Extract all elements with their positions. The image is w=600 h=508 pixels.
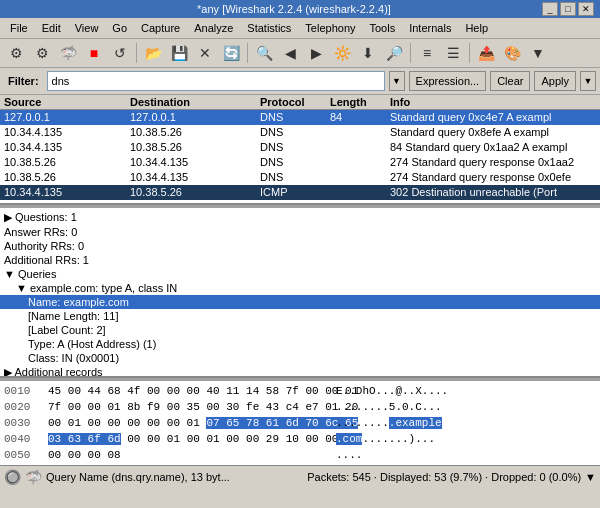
table-row[interactable]: 10.38.5.26 10.34.4.135 DNS 274 Standard … [0, 155, 600, 170]
header-destination: Destination [130, 96, 260, 108]
detail-line[interactable]: Class: IN (0x0001) [0, 351, 600, 365]
toolbar-detail-view-btn[interactable]: ☰ [441, 41, 465, 65]
menu-help[interactable]: Help [459, 20, 494, 36]
toolbar-export-btn[interactable]: 📤 [474, 41, 498, 65]
toolbar-auto-scroll-btn[interactable]: ⬇ [356, 41, 380, 65]
hex-view: 0010 45 00 44 68 4f 00 00 00 40 11 14 58… [0, 381, 600, 465]
table-row[interactable]: 10.38.5.26 10.34.4.135 DNS 274 Standard … [0, 170, 600, 185]
row-len [330, 141, 390, 153]
hex-ascii-highlight: .example [389, 417, 442, 429]
row-source: 10.34.4.135 [0, 186, 130, 198]
header-source: Source [0, 96, 130, 108]
toolbar-zoom-in-btn[interactable]: 🔎 [382, 41, 406, 65]
detail-additional[interactable]: ▶ Additional records [0, 365, 600, 378]
row-dest: 127.0.0.1 [130, 111, 260, 123]
toolbar-find-btn[interactable]: 🔍 [252, 41, 276, 65]
detail-line[interactable]: [Label Count: 2] [0, 323, 600, 337]
row-proto: DNS [260, 171, 330, 183]
minimize-button[interactable]: _ [542, 2, 558, 16]
toolbar-more-btn[interactable]: ▼ [526, 41, 550, 65]
filter-dropdown-button[interactable]: ▼ [389, 71, 405, 91]
status-dropdown[interactable]: ▼ [585, 471, 596, 483]
status-icon-1: 🔘 [4, 469, 21, 485]
toolbar-restart-btn[interactable]: ↺ [108, 41, 132, 65]
detail-name-line[interactable]: Name: example.com [0, 295, 600, 309]
table-row[interactable]: 10.34.4.135 10.38.5.26 DNS 84 Standard q… [0, 140, 600, 155]
packet-list: Source Destination Protocol Length Info … [0, 95, 600, 205]
row-info: 274 Standard query response 0x0efe [390, 171, 600, 183]
detail-line[interactable]: ▼ example.com: type A, class IN [0, 281, 600, 295]
hex-ascii: ........5.0.C... [336, 399, 442, 415]
toolbar-prev-btn[interactable]: ◀ [278, 41, 302, 65]
menu-internals[interactable]: Internals [403, 20, 457, 36]
toolbar-open-btn[interactable]: 📂 [141, 41, 165, 65]
table-row[interactable]: 127.0.0.1 127.0.0.1 DNS 84 Standard quer… [0, 110, 600, 125]
packet-detail: ▶ Questions: 1 Answer RRs: 0 Authority R… [0, 208, 600, 378]
status-query-info: Query Name (dns.qry.name), 13 byt... [46, 471, 303, 483]
row-info: 274 Standard query response 0x1aa2 [390, 156, 600, 168]
menu-capture[interactable]: Capture [135, 20, 186, 36]
title-bar-controls: _ □ ✕ [542, 2, 594, 16]
row-len [330, 171, 390, 183]
table-row[interactable]: 10.34.4.135 10.38.5.26 DNS Standard quer… [0, 125, 600, 140]
menu-file[interactable]: File [4, 20, 34, 36]
menu-edit[interactable]: Edit [36, 20, 67, 36]
detail-line[interactable]: Answer RRs: 0 [0, 225, 600, 239]
hex-offset: 0050 [4, 447, 40, 463]
toolbar-next-btn[interactable]: ▶ [304, 41, 328, 65]
menu-telephony[interactable]: Telephony [299, 20, 361, 36]
toolbar-sep2 [247, 43, 248, 63]
hex-offset: 0040 [4, 431, 40, 447]
row-dest: 10.38.5.26 [130, 186, 260, 198]
hex-ascii: .........example [336, 415, 442, 431]
toolbar-options-btn[interactable]: ⚙ [30, 41, 54, 65]
toolbar-stop-btn[interactable]: ■ [82, 41, 106, 65]
detail-queries[interactable]: ▼ Queries [0, 267, 600, 281]
row-len [330, 186, 390, 198]
toolbar-close-btn[interactable]: ✕ [193, 41, 217, 65]
toolbar-colorize2-btn[interactable]: 🎨 [500, 41, 524, 65]
menu-analyze[interactable]: Analyze [188, 20, 239, 36]
detail-line[interactable]: Additional RRs: 1 [0, 253, 600, 267]
toolbar-save-btn[interactable]: 💾 [167, 41, 191, 65]
row-info: 302 Destination unreachable (Port [390, 186, 600, 198]
row-info: 84 Standard query 0x1aa2 A exampl [390, 141, 600, 153]
table-row[interactable]: 10.34.4.135 10.38.5.26 ICMP 302 Destinat… [0, 185, 600, 200]
maximize-button[interactable]: □ [560, 2, 576, 16]
hex-row: 0020 7f 00 00 01 8b f9 00 35 00 30 fe 43… [4, 399, 596, 415]
filter-apply-button[interactable]: Apply [534, 71, 576, 91]
title-bar: *any [Wireshark 2.2.4 (wireshark-2.2.4)]… [0, 0, 600, 18]
filter-options-button[interactable]: ▼ [580, 71, 596, 91]
filter-label: Filter: [4, 75, 43, 87]
header-info: Info [390, 96, 600, 108]
filter-clear-button[interactable]: Clear [490, 71, 530, 91]
hex-bytes: 03 63 6f 6d 00 00 01 00 01 00 00 29 10 0… [48, 431, 328, 447]
detail-line[interactable]: [Name Length: 11] [0, 309, 600, 323]
detail-line[interactable]: ▶ Questions: 1 [0, 210, 600, 225]
row-dest: 10.34.4.135 [130, 171, 260, 183]
detail-line[interactable]: Type: A (Host Address) (1) [0, 337, 600, 351]
toolbar-interfaces-btn[interactable]: ⚙ [4, 41, 28, 65]
hex-bytes: 00 01 00 00 00 00 00 01 07 65 78 61 6d 7… [48, 415, 328, 431]
detail-line[interactable]: Authority RRs: 0 [0, 239, 600, 253]
toolbar-shark-btn[interactable]: 🦈 [56, 41, 80, 65]
close-button[interactable]: ✕ [578, 2, 594, 16]
toolbar-colorize-btn[interactable]: 🔆 [330, 41, 354, 65]
hex-ascii: .... [336, 447, 362, 463]
hex-bytes: 7f 00 00 01 8b f9 00 35 00 30 fe 43 c4 e… [48, 399, 328, 415]
menu-statistics[interactable]: Statistics [241, 20, 297, 36]
row-info: Standard query 0x8efe A exampl [390, 126, 600, 138]
packet-list-header: Source Destination Protocol Length Info [0, 95, 600, 110]
row-source: 127.0.0.1 [0, 111, 130, 123]
toolbar-reload-btn[interactable]: 🔄 [219, 41, 243, 65]
filter-expression-button[interactable]: Expression... [409, 71, 487, 91]
filter-input[interactable] [47, 71, 385, 91]
menu-bar: File Edit View Go Capture Analyze Statis… [0, 18, 600, 39]
menu-go[interactable]: Go [106, 20, 133, 36]
status-icon-2: 🦈 [25, 469, 42, 485]
triangle-down-icon: ▼ [4, 268, 18, 280]
toolbar-list-view-btn[interactable]: ≡ [415, 41, 439, 65]
menu-tools[interactable]: Tools [364, 20, 402, 36]
menu-view[interactable]: View [69, 20, 105, 36]
hex-row: 0040 03 63 6f 6d 00 00 01 00 01 00 00 29… [4, 431, 596, 447]
